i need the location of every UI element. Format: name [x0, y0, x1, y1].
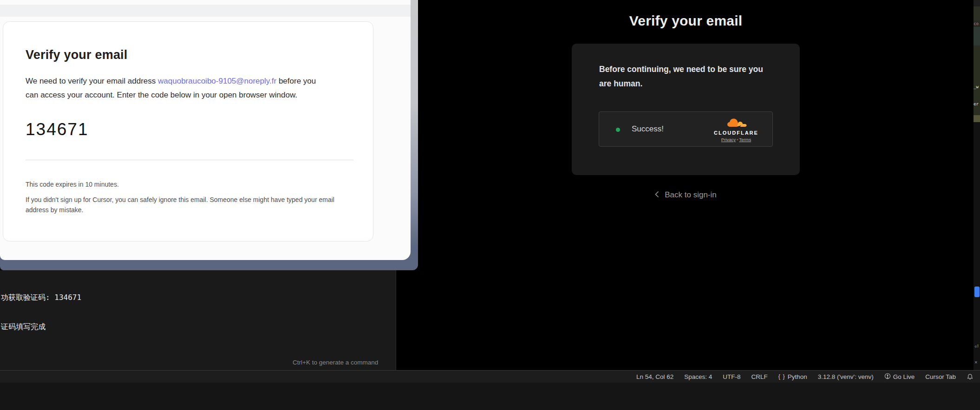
- statusbar: Ln 54, Col 62 Spaces: 4 UTF-8 CRLF { }Py…: [0, 370, 980, 383]
- language-label: Python: [788, 373, 807, 380]
- page-title: Verify your email: [572, 13, 800, 29]
- taskbar: ⚙ 中 S 1:43 PM 2/12/2025 z: [0, 383, 980, 410]
- email-divider: [26, 160, 353, 160]
- terminal-line: [1, 351, 101, 361]
- sliver-selection-block: [973, 27, 980, 46]
- eol-indicator[interactable]: CRLF: [751, 373, 768, 380]
- email-title: Verify your email: [26, 48, 351, 62]
- go-live-label: Go Live: [893, 373, 915, 380]
- sliver-code-fragment: er: [973, 102, 979, 106]
- terms-link[interactable]: Terms: [739, 137, 751, 142]
- email-window-scrollbar-edge[interactable]: [411, 0, 418, 260]
- sliver-highlight-row: [973, 115, 980, 122]
- email-client-window: Verify your email We need to verify your…: [0, 0, 411, 260]
- turnstile-legal-links: Privacy•Terms: [708, 137, 764, 142]
- verification-code: 134671: [26, 120, 351, 139]
- human-verification-card: Before continuing, we need to be sure yo…: [572, 44, 800, 175]
- verification-subtitle: Before continuing, we need to be sure yo…: [599, 62, 771, 91]
- close-icon[interactable]: ×: [974, 359, 977, 365]
- python-interpreter-indicator[interactable]: 3.12.8 ('venv': venv): [818, 373, 874, 380]
- terminal-line: 证码填写完成: [1, 322, 101, 332]
- email-body-text: We need to verify your email address waq…: [26, 74, 330, 102]
- go-live-button[interactable]: Go Live: [884, 373, 915, 381]
- code-expiry-text: This code expires in 10 minutes.: [26, 181, 351, 188]
- email-disclaimer-text: If you didn't sign up for Cursor, you ca…: [26, 195, 358, 215]
- encoding-indicator[interactable]: UTF-8: [723, 373, 740, 380]
- email-body-before: We need to verify your email address: [26, 77, 158, 85]
- cloudflare-brand-block: CLOUDFLARE Privacy•Terms: [708, 117, 764, 142]
- braces-icon: { }: [778, 373, 785, 380]
- desktop-screen: Verify your email We need to verify your…: [0, 0, 980, 410]
- cloudflare-logo-icon: [725, 117, 747, 128]
- cloudflare-wordmark: CLOUDFLARE: [708, 130, 764, 136]
- recipient-email-link[interactable]: waquobraucoibo-9105@noreply.fr: [158, 77, 276, 85]
- back-to-signin-link[interactable]: Back to sign-in: [572, 190, 800, 200]
- indentation-indicator[interactable]: Spaces: 4: [684, 373, 712, 380]
- email-toolbar-strip: [0, 5, 411, 17]
- sliver-blue-button-edge[interactable]: [974, 286, 980, 297]
- sliver-code-fragment: co: [973, 21, 979, 26]
- sliver-code-fragment: _w: [973, 85, 979, 89]
- terminal-ctrlk-hint: Ctrl+K to generate a command: [293, 359, 378, 366]
- turnstile-status: Success!: [632, 124, 664, 134]
- sliver-code-block: [973, 7, 980, 20]
- terminal-line: 功获取验证码: 134671: [1, 293, 101, 302]
- cursor-position-indicator[interactable]: Ln 54, Col 62: [636, 373, 673, 380]
- language-mode-indicator[interactable]: { }Python: [778, 373, 807, 380]
- privacy-link[interactable]: Privacy: [721, 137, 736, 142]
- return-key-icon: ⏎: [974, 344, 979, 350]
- success-dot-icon: [616, 128, 620, 132]
- sliver-tab-strip: [973, 0, 980, 7]
- cursor-tab-indicator[interactable]: Cursor Tab: [925, 373, 956, 380]
- cloudflare-turnstile-widget[interactable]: Success! CLOUDFLARE Privacy•Terms: [599, 111, 773, 147]
- verification-email-card: Verify your email We need to verify your…: [3, 21, 373, 241]
- back-link-label: Back to sign-in: [665, 190, 717, 199]
- notifications-bell-icon[interactable]: [967, 373, 973, 380]
- broadcast-icon: [884, 373, 891, 381]
- chevron-left-icon: [655, 191, 659, 200]
- terminal-panel[interactable]: 功获取验证码: 134671 证码填写完成 在处理 Turnstile 验证..…: [0, 270, 396, 370]
- editor-window-sliver[interactable]: co _w er ⏎ ×: [973, 0, 980, 370]
